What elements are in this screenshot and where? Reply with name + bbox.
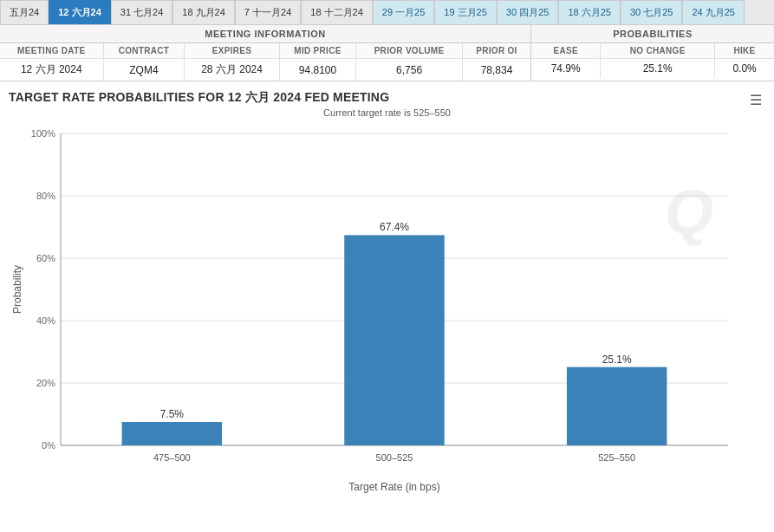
chart-svg: 0%20%40%60%80%100%ProbabilityTarget Rate…: [9, 125, 754, 497]
svg-text:20%: 20%: [36, 378, 55, 388]
svg-text:40%: 40%: [36, 315, 55, 326]
svg-text:100%: 100%: [31, 128, 55, 139]
tab-7[interactable]: 19 三月25: [434, 0, 497, 24]
col-ease: EASE: [531, 43, 601, 59]
tab-9[interactable]: 18 六月25: [558, 0, 621, 24]
svg-text:475–500: 475–500: [153, 452, 191, 463]
probabilities-block: PROBABILITIES EASE NO CHANGE HIKE 74.9% …: [531, 25, 774, 81]
svg-rect-19: [344, 235, 445, 445]
val-prior-volume: 6,756: [356, 59, 463, 81]
meeting-data-row: 12 六月 2024 ZQM4 28 六月 2024 94.8100 6,756…: [0, 59, 530, 81]
chart-subtitle: Current target rate is 525–550: [9, 107, 765, 118]
tab-0[interactable]: 五月24: [0, 0, 49, 24]
meeting-info-header: MEETING INFORMATION: [0, 25, 530, 43]
col-hike: HIKE: [715, 43, 774, 59]
tab-10[interactable]: 30 七月25: [621, 0, 683, 24]
col-expires: EXPIRES: [185, 43, 280, 59]
meeting-info-block: MEETING INFORMATION MEETING DATE CONTRAC…: [0, 25, 531, 81]
svg-rect-16: [122, 422, 222, 445]
tab-3[interactable]: 18 九月24: [172, 0, 235, 24]
tab-bar: 五月24 12 六月24 31 七月24 18 九月24 7 十一月24 18 …: [0, 0, 774, 25]
prob-table: EASE NO CHANGE HIKE 74.9% 25.1% 0.0%: [531, 43, 774, 78]
val-ease: 74.9%: [531, 59, 601, 79]
svg-text:80%: 80%: [36, 191, 55, 201]
svg-text:67.4%: 67.4%: [380, 221, 409, 233]
meeting-table: MEETING DATE CONTRACT EXPIRES MID PRICE …: [0, 43, 530, 81]
val-contract: ZQM4: [103, 59, 185, 81]
col-meeting-date: MEETING DATE: [0, 43, 103, 59]
val-meeting-date: 12 六月 2024: [0, 59, 103, 81]
tab-1[interactable]: 12 六月24: [49, 0, 111, 24]
chart-menu-icon[interactable]: ☰: [750, 92, 762, 108]
svg-rect-22: [567, 367, 667, 445]
chart-svg-wrap: Q 0%20%40%60%80%100%ProbabilityTarget Ra…: [9, 125, 765, 500]
col-no-change: NO CHANGE: [601, 43, 715, 59]
tab-6[interactable]: 29 一月25: [373, 0, 435, 24]
val-hike: 0.0%: [715, 59, 774, 79]
svg-text:Probability: Probability: [11, 265, 23, 314]
tab-5[interactable]: 18 十二月24: [301, 0, 373, 24]
svg-text:500–525: 500–525: [376, 452, 413, 463]
val-no-change: 25.1%: [601, 59, 715, 79]
svg-text:7.5%: 7.5%: [160, 408, 185, 420]
tab-2[interactable]: 31 七月24: [111, 0, 173, 24]
probabilities-header: PROBABILITIES: [531, 25, 774, 43]
col-mid-price: MID PRICE: [279, 43, 355, 59]
chart-container: TARGET RATE PROBABILITIES FOR 12 六月 2024…: [0, 81, 774, 500]
tab-11[interactable]: 24 九月25: [682, 0, 745, 24]
val-mid-price: 94.8100: [279, 59, 355, 81]
svg-text:60%: 60%: [36, 253, 55, 263]
tab-8[interactable]: 30 四月25: [497, 0, 559, 24]
prob-data-row: 74.9% 25.1% 0.0%: [531, 59, 774, 79]
svg-text:Target Rate (in bps): Target Rate (in bps): [348, 481, 439, 493]
col-prior-oi: PRIOR OI: [463, 43, 531, 59]
svg-text:0%: 0%: [42, 440, 55, 451]
svg-text:25.1%: 25.1%: [602, 354, 632, 366]
col-contract: CONTRACT: [103, 43, 185, 59]
val-prior-oi: 78,834: [463, 59, 531, 81]
tab-4[interactable]: 7 十一月24: [235, 0, 301, 24]
col-prior-volume: PRIOR VOLUME: [356, 43, 463, 59]
chart-title: TARGET RATE PROBABILITIES FOR 12 六月 2024…: [9, 90, 765, 106]
info-section: MEETING INFORMATION MEETING DATE CONTRAC…: [0, 25, 774, 81]
svg-text:525–550: 525–550: [598, 452, 635, 463]
val-expires: 28 六月 2024: [185, 59, 280, 81]
